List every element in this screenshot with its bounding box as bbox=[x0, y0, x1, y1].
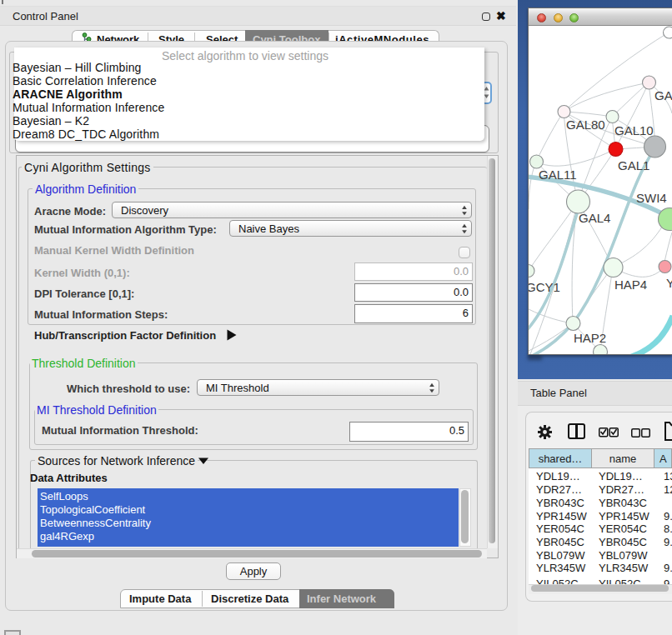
svg-text:GAL80: GAL80 bbox=[566, 118, 605, 132]
svg-text:HAP4: HAP4 bbox=[614, 278, 647, 292]
svg-text:HAP2: HAP2 bbox=[574, 331, 606, 345]
svg-text:GCY1: GCY1 bbox=[529, 280, 560, 294]
svg-text:GAL1: GAL1 bbox=[618, 158, 649, 172]
svg-text:GAL11: GAL11 bbox=[539, 168, 577, 182]
svg-text:GAL: GAL bbox=[654, 88, 672, 102]
svg-text:GAL10: GAL10 bbox=[614, 123, 654, 138]
svg-text:SWI4: SWI4 bbox=[636, 191, 667, 205]
svg-text:Y: Y bbox=[666, 276, 672, 290]
svg-text:GAL4: GAL4 bbox=[579, 211, 610, 225]
